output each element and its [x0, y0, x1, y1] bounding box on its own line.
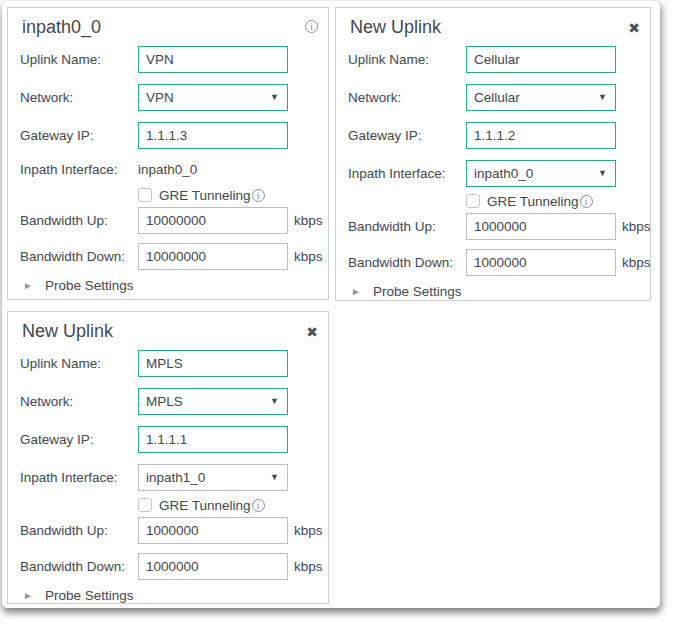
- chevron-down-icon: ▼: [270, 396, 279, 406]
- inpath-interface-select-value: inpath0_0: [474, 166, 533, 181]
- probe-settings-label: Probe Settings: [45, 278, 134, 293]
- network-select-value: Cellular: [474, 90, 520, 105]
- inpath-interface-label: Inpath Interface:: [20, 470, 138, 485]
- gateway-ip-label: Gateway IP:: [20, 128, 138, 143]
- network-select-value: VPN: [146, 90, 174, 105]
- bandwidth-up-row: Bandwidth Up: kbps: [20, 207, 318, 234]
- network-label: Network:: [20, 394, 138, 409]
- uplink-name-input[interactable]: [138, 46, 288, 73]
- uplink-name-input[interactable]: [138, 350, 288, 377]
- gre-tunneling-label: GRE Tunneling: [159, 498, 251, 513]
- bandwidth-down-row: Bandwidth Down: kbps: [20, 553, 318, 580]
- gateway-ip-input[interactable]: [138, 426, 288, 453]
- collapsed-arrow-icon: ►: [23, 281, 33, 291]
- inpath-interface-row: Inpath Interface: inpath0_0 ▼: [348, 160, 640, 187]
- gre-tunneling-label: GRE Tunneling: [159, 188, 251, 203]
- gre-tunneling-row: GRE Tunneling i: [466, 191, 640, 211]
- gateway-ip-label: Gateway IP:: [20, 432, 138, 447]
- probe-settings-label: Probe Settings: [45, 588, 134, 603]
- bandwidth-up-row: Bandwidth Up: kbps: [348, 213, 640, 240]
- probe-settings-toggle[interactable]: ► Probe Settings: [20, 588, 318, 603]
- close-icon[interactable]: ✖: [628, 21, 640, 35]
- gateway-ip-row: Gateway IP:: [20, 426, 318, 453]
- network-row: Network: VPN ▼: [20, 84, 318, 111]
- panel-title: New Uplink: [22, 321, 113, 342]
- bandwidth-down-row: Bandwidth Down: kbps: [20, 243, 318, 270]
- uplink-name-row: Uplink Name:: [348, 46, 640, 73]
- bandwidth-up-row: Bandwidth Up: kbps: [20, 517, 318, 544]
- collapsed-arrow-icon: ►: [23, 591, 33, 601]
- network-label: Network:: [348, 90, 466, 105]
- network-label: Network:: [20, 90, 138, 105]
- inpath-interface-row: Inpath Interface: inpath0_0: [20, 160, 318, 178]
- bandwidth-down-unit: kbps: [294, 559, 323, 574]
- uplink-name-input[interactable]: [466, 46, 616, 73]
- gre-tunneling-checkbox[interactable]: [138, 498, 152, 512]
- bandwidth-up-label: Bandwidth Up:: [20, 213, 138, 228]
- bandwidth-down-label: Bandwidth Down:: [20, 559, 138, 574]
- bandwidth-up-input[interactable]: [138, 207, 288, 234]
- chevron-down-icon: ▼: [270, 92, 279, 102]
- bandwidth-down-input[interactable]: [138, 243, 288, 270]
- gre-tunneling-checkbox[interactable]: [138, 188, 152, 202]
- bandwidth-up-input[interactable]: [466, 213, 616, 240]
- bandwidth-up-label: Bandwidth Up:: [348, 219, 466, 234]
- uplink-name-row: Uplink Name:: [20, 350, 318, 377]
- collapsed-arrow-icon: ►: [351, 287, 361, 297]
- inpath-interface-select-value: inpath1_0: [146, 470, 205, 485]
- probe-settings-label: Probe Settings: [373, 284, 462, 299]
- bandwidth-up-unit: kbps: [294, 523, 323, 538]
- gateway-ip-input[interactable]: [466, 122, 616, 149]
- inpath-interface-row: Inpath Interface: inpath1_0 ▼: [20, 464, 318, 491]
- bandwidth-up-unit: kbps: [294, 213, 323, 228]
- uplinks-config-window: inpath0_0 i Uplink Name: Network: VPN ▼ …: [2, 1, 660, 608]
- network-select[interactable]: MPLS ▼: [138, 388, 288, 415]
- info-icon[interactable]: i: [305, 20, 318, 33]
- gateway-ip-row: Gateway IP:: [20, 122, 318, 149]
- gre-info-icon[interactable]: i: [252, 499, 265, 512]
- inpath-interface-select[interactable]: inpath0_0 ▼: [466, 160, 616, 187]
- probe-settings-toggle[interactable]: ► Probe Settings: [20, 278, 318, 293]
- inpath-interface-label: Inpath Interface:: [20, 162, 138, 177]
- network-select[interactable]: VPN ▼: [138, 84, 288, 111]
- uplink-name-label: Uplink Name:: [348, 52, 466, 67]
- bandwidth-down-input[interactable]: [138, 553, 288, 580]
- panel-title: inpath0_0: [22, 17, 101, 38]
- bandwidth-down-label: Bandwidth Down:: [348, 255, 466, 270]
- gre-info-icon[interactable]: i: [252, 189, 265, 202]
- network-row: Network: MPLS ▼: [20, 388, 318, 415]
- bandwidth-down-label: Bandwidth Down:: [20, 249, 138, 264]
- inpath-interface-label: Inpath Interface:: [348, 166, 466, 181]
- bandwidth-up-label: Bandwidth Up:: [20, 523, 138, 538]
- gre-tunneling-row: GRE Tunneling i: [138, 185, 318, 205]
- bandwidth-down-row: Bandwidth Down: kbps: [348, 249, 640, 276]
- gateway-ip-label: Gateway IP:: [348, 128, 466, 143]
- uplink-name-label: Uplink Name:: [20, 356, 138, 371]
- chevron-down-icon: ▼: [598, 92, 607, 102]
- gre-tunneling-label: GRE Tunneling: [487, 194, 579, 209]
- gre-info-icon[interactable]: i: [580, 195, 593, 208]
- bandwidth-down-unit: kbps: [622, 255, 651, 270]
- inpath-interface-value: inpath0_0: [138, 162, 197, 177]
- panel-title: New Uplink: [350, 17, 441, 38]
- uplink-panel-inpath0_0: inpath0_0 i Uplink Name: Network: VPN ▼ …: [7, 7, 329, 300]
- bandwidth-down-input[interactable]: [466, 249, 616, 276]
- uplink-panel-cellular: New Uplink ✖ Uplink Name: Network: Cellu…: [335, 7, 651, 301]
- uplink-panel-mpls: New Uplink ✖ Uplink Name: Network: MPLS …: [7, 311, 329, 604]
- chevron-down-icon: ▼: [598, 168, 607, 178]
- uplink-name-label: Uplink Name:: [20, 52, 138, 67]
- inpath-interface-select[interactable]: inpath1_0 ▼: [138, 464, 288, 491]
- network-select[interactable]: Cellular ▼: [466, 84, 616, 111]
- gateway-ip-row: Gateway IP:: [348, 122, 640, 149]
- uplink-name-row: Uplink Name:: [20, 46, 318, 73]
- gre-tunneling-checkbox[interactable]: [466, 194, 480, 208]
- chevron-down-icon: ▼: [270, 472, 279, 482]
- bandwidth-up-input[interactable]: [138, 517, 288, 544]
- gre-tunneling-row: GRE Tunneling i: [138, 495, 318, 515]
- network-select-value: MPLS: [146, 394, 183, 409]
- probe-settings-toggle[interactable]: ► Probe Settings: [348, 284, 640, 299]
- bandwidth-down-unit: kbps: [294, 249, 323, 264]
- close-icon[interactable]: ✖: [306, 325, 318, 339]
- gateway-ip-input[interactable]: [138, 122, 288, 149]
- network-row: Network: Cellular ▼: [348, 84, 640, 111]
